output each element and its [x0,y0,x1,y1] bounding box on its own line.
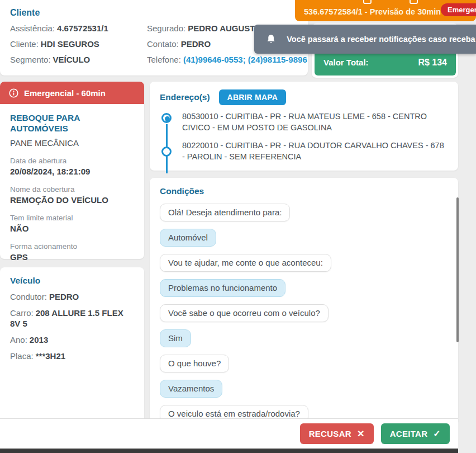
phone-row: Telefone:(41)99646-0553; (24)98115-9896 [147,54,307,65]
plate-value: ***3H21 [36,351,65,361]
chat-question-bubble: Olá! Deseja atendimento para: [160,204,290,221]
emergency-header-text: Emergencial - 60min [24,88,106,98]
address-card-title: Endereço(s) [160,92,210,102]
total-value: R$ 134 [418,58,447,68]
trigger-mode-value: GPS [10,252,134,262]
address-card: Endereço(s) ABRIR MAPA 80530010 - CURITI… [150,82,458,171]
reject-button[interactable]: RECUSAR ✕ [300,423,374,444]
segment-value: VEÍCULO [53,55,91,64]
destination-address-item: 80220010 - CURITIBA - PR - RUA DOUTOR CA… [160,140,448,162]
open-date-label: Data de abertura [10,157,134,165]
truck-icon [363,0,372,4]
service-name: REBOQUE PARA AUTOMÓVEIS [10,112,134,134]
phone-label: Telefone: [147,55,181,64]
chat-question-bubble: Vou te ajudar, me conte o que aconteceu: [160,254,331,272]
plate-label: Placa: [10,351,34,361]
conditions-card: Condições Olá! Deseja atendimento para: … [150,178,458,422]
year-value: 2013 [30,335,48,345]
action-footer: RECUSAR ✕ ACEITAR ✓ [0,418,458,449]
coverage-label: Nome da cobertura [10,185,134,194]
alert-banner-text: 536.67572584/1 - Previsão de 30min [304,7,441,16]
insured-label: Segurado: [147,23,185,33]
origin-point-icon [161,113,172,123]
coverage-value: REMOÇÃO DO VEÍCULO [10,195,134,205]
total-label: Valor Total: [323,58,369,67]
contact-value: PEDRO [181,39,211,49]
open-date-value: 20/08/2024, 18:21:09 [10,167,134,176]
emergency-badge: Emergencial [441,3,476,16]
assistance-value: 4.67572531/1 [57,23,108,33]
car-row: Carro:208 ALLURE 1.5 FLEX 8V 5 [10,308,134,329]
address-card-header: Endereço(s) ABRIR MAPA [160,89,448,105]
origin-address-item: 80530010 - CURITIBA - PR - RUA MATEUS LE… [160,111,448,133]
trigger-mode-label: Forma acionamento [10,242,134,251]
car-label: Carro: [10,308,34,318]
emergency-header: Emergencial - 60min [0,82,144,104]
chat-question-bubble: Você sabe o que ocorreu com o veículo? [160,304,329,322]
driver-label: Condutor: [10,292,47,301]
chat-answer-bubble: Problemas no funcionamento [160,279,285,297]
info-icon [9,88,18,98]
service-alert-banner[interactable]: 536.67572584/1 - Previsão de 30min Emerg… [295,0,476,21]
contact-label: Contato: [147,39,179,49]
insured-value: PEDRO AUGUSTO [188,23,261,33]
close-icon: ✕ [357,428,365,439]
vehicle-card-title: Veículo [10,276,134,286]
chat-question-bubble: O que houve? [160,355,229,372]
service-card: Emergencial - 60min REBOQUE PARA AUTOMÓV… [0,82,144,259]
chat-scrollbar-thumb[interactable] [456,197,459,342]
bell-icon [266,33,275,45]
chat-answer-bubble: Vazamentos [160,380,222,398]
material-limit-label: Tem limite material [10,214,134,222]
check-icon: ✓ [433,428,441,439]
chat-answer-bubble: Sim [160,329,191,347]
conditions-title: Condições [160,186,448,196]
segment-label: Segmento: [10,55,51,64]
client-label: Cliente: [10,39,39,49]
service-problem: PANE MECÂNICA [10,138,134,148]
destination-address-text: 80220010 - CURITIBA - PR - RUA DOUTOR CA… [182,140,448,162]
toast-message: Você passará a receber notificações caso… [287,35,476,44]
phone-link[interactable]: (41)99646-0553; (24)98115-9896 [183,55,307,64]
assistance-label: Assistência: [10,23,55,33]
origin-address-text: 80530010 - CURITIBA - PR - RUA MATEUS LE… [182,111,448,133]
accept-button[interactable]: ACEITAR ✓ [381,423,450,444]
vehicle-card: Veículo Condutor:PEDRO Carro:208 ALLURE … [0,267,144,418]
phone-icon [410,0,418,4]
client-value: HDI SEGUROS [41,39,99,49]
service-card-body: REBOQUE PARA AUTOMÓVEIS PANE MECÂNICA Da… [0,104,144,270]
year-row: Ano:2013 [10,334,134,345]
driver-value: PEDRO [49,292,79,301]
driver-row: Condutor:PEDRO [10,291,134,302]
client-card-title: Cliente [10,8,298,18]
plate-row: Placa:***3H21 [10,351,134,361]
chat-answer-bubble: Automóvel [160,229,216,247]
service-offer-screen: Cliente Assistência:4.67572531/1 Cliente… [0,0,476,453]
open-map-button[interactable]: ABRIR MAPA [219,89,286,105]
accept-button-label: ACEITAR [390,429,428,438]
window-bottom-bar [0,449,458,453]
year-label: Ano: [10,335,27,345]
notification-toast[interactable]: Você passará a receber notificações caso… [254,25,476,54]
destination-point-icon [161,147,172,157]
reject-button-label: RECUSAR [309,429,351,438]
material-limit-value: NÃO [10,224,134,233]
address-timeline: 80530010 - CURITIBA - PR - RUA MATEUS LE… [160,111,448,162]
